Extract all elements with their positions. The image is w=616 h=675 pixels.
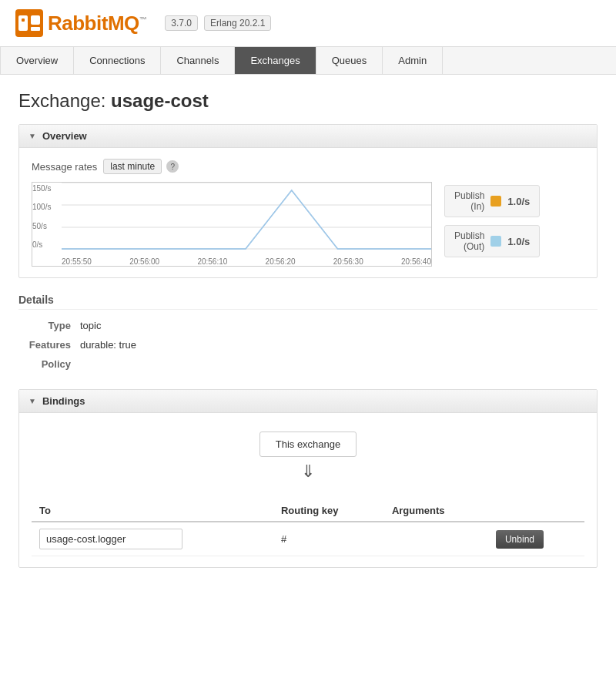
details-policy-label: Policy: [18, 358, 80, 370]
bindings-panel-body: This exchange ⇓ To Routing key Arguments: [19, 413, 597, 567]
erlang-version-badge: Erlang 20.2.1: [204, 15, 271, 31]
legend-publish-out-label: Publish (Out): [454, 230, 484, 252]
x-label-3: 20:56:20: [266, 257, 296, 266]
legend-publish-in-label: Publish (In): [454, 190, 484, 212]
svg-rect-3: [31, 27, 40, 31]
legend-publish-in-value: 1.0/s: [507, 196, 530, 207]
y-label-0: 0/s: [32, 240, 62, 249]
logo: RabbitMQ™: [15, 9, 146, 37]
bindings-table-body: # Unbind: [32, 522, 584, 556]
msg-rates-row: Message rates last minute ?: [32, 159, 584, 174]
nav-channels[interactable]: Channels: [161, 47, 235, 74]
table-row: # Unbind: [32, 522, 584, 556]
bindings-col-to: To: [32, 500, 273, 522]
binding-queue-cell: [32, 522, 273, 556]
nav-exchanges[interactable]: Exchanges: [235, 47, 316, 74]
details-type-label: Type: [18, 320, 80, 331]
legend-publish-out-color: [490, 236, 501, 247]
logo-mq: MQ: [108, 12, 139, 35]
binding-actions-cell: Unbind: [488, 522, 584, 556]
bindings-arrow-down: ⇓: [301, 462, 315, 482]
logo-tm: ™: [139, 15, 147, 24]
page-title: Exchange: usage-cost: [18, 90, 598, 112]
binding-arguments-cell: [384, 522, 488, 556]
chart-container: 150/s 100/s 50/s 0/s: [32, 182, 584, 267]
details-type-row: Type topic: [18, 316, 598, 335]
legend-publish-out: Publish (Out) 1.0/s: [444, 225, 540, 257]
app-header: RabbitMQ™ 3.7.0 Erlang 20.2.1: [0, 0, 616, 47]
bindings-table: To Routing key Arguments #: [32, 500, 584, 556]
rabbitmq-logo-icon: [15, 9, 43, 37]
details-header: Details: [18, 294, 598, 310]
details-type-value: topic: [80, 320, 101, 331]
details-table: Type topic Features durable: true Policy: [18, 316, 598, 374]
nav-overview[interactable]: Overview: [0, 47, 74, 74]
x-label-4: 20:56:30: [333, 257, 363, 266]
chart-box: 150/s 100/s 50/s 0/s: [32, 182, 432, 267]
y-label-100: 100/s: [32, 203, 62, 211]
bindings-center: This exchange ⇓: [32, 424, 584, 494]
bindings-table-head: To Routing key Arguments: [32, 500, 584, 522]
bindings-col-routing-key: Routing key: [273, 500, 384, 522]
overview-panel-body: Message rates last minute ? 150/s 100/s …: [19, 148, 597, 277]
overview-collapse-arrow[interactable]: ▼: [28, 132, 36, 140]
bindings-table-header-row: To Routing key Arguments: [32, 500, 584, 522]
details-features-label: Features: [18, 339, 80, 351]
msg-rates-label: Message rates: [32, 161, 97, 173]
bindings-collapse-arrow[interactable]: ▼: [28, 397, 36, 405]
details-features-value: durable: true: [80, 339, 136, 351]
binding-queue-input[interactable]: [39, 529, 182, 549]
binding-routing-key-value: #: [281, 533, 286, 545]
chart-legend: Publish (In) 1.0/s Publish (Out) 1.0/s: [444, 182, 540, 257]
y-label-150: 150/s: [32, 184, 62, 193]
nav-connections[interactable]: Connections: [74, 47, 161, 74]
version-badge: 3.7.0: [165, 15, 198, 31]
logo-rabbit: Rabbit: [48, 12, 108, 35]
nav-admin[interactable]: Admin: [383, 47, 443, 74]
main-content: Exchange: usage-cost ▼ Overview Message …: [0, 75, 616, 599]
details-policy-row: Policy: [18, 354, 598, 374]
msg-rates-help-icon[interactable]: ?: [166, 160, 179, 173]
bindings-panel: ▼ Bindings This exchange ⇓ To Routing ke…: [18, 389, 598, 568]
y-label-50: 50/s: [32, 222, 62, 230]
svg-rect-2: [31, 15, 40, 25]
svg-rect-4: [22, 18, 25, 22]
nav-queues[interactable]: Queues: [316, 47, 383, 74]
x-label-2: 20:56:10: [197, 257, 227, 266]
overview-panel-header: ▼ Overview: [19, 125, 597, 148]
chart-area: 150/s 100/s 50/s 0/s: [32, 182, 432, 267]
bindings-col-arguments: Arguments: [384, 500, 488, 522]
x-label-0: 20:55:50: [62, 257, 92, 266]
chart-svg-container: [62, 183, 431, 250]
chart-y-labels: 150/s 100/s 50/s 0/s: [32, 183, 62, 250]
unbind-button[interactable]: Unbind: [496, 530, 544, 549]
bindings-col-actions: [488, 500, 584, 522]
x-label-1: 20:56:00: [129, 257, 159, 266]
logo-text: RabbitMQ™: [48, 12, 146, 35]
svg-rect-1: [18, 15, 28, 31]
msg-rates-period[interactable]: last minute: [103, 159, 162, 174]
chart-x-labels: 20:55:50 20:56:00 20:56:10 20:56:20 20:5…: [62, 257, 431, 266]
legend-publish-in-color: [490, 196, 501, 207]
details-section: Details Type topic Features durable: tru…: [18, 294, 598, 374]
legend-publish-out-value: 1.0/s: [507, 236, 530, 247]
main-nav: Overview Connections Channels Exchanges …: [0, 47, 616, 75]
binding-routing-key-cell: #: [273, 522, 384, 556]
bindings-panel-header: ▼ Bindings: [19, 390, 597, 413]
this-exchange-box: This exchange: [259, 432, 357, 457]
legend-publish-in: Publish (In) 1.0/s: [444, 185, 540, 217]
chart-svg: [62, 183, 431, 250]
details-features-row: Features durable: true: [18, 335, 598, 354]
overview-panel: ▼ Overview Message rates last minute ? 1…: [18, 124, 598, 278]
x-label-5: 20:56:40: [401, 257, 431, 266]
